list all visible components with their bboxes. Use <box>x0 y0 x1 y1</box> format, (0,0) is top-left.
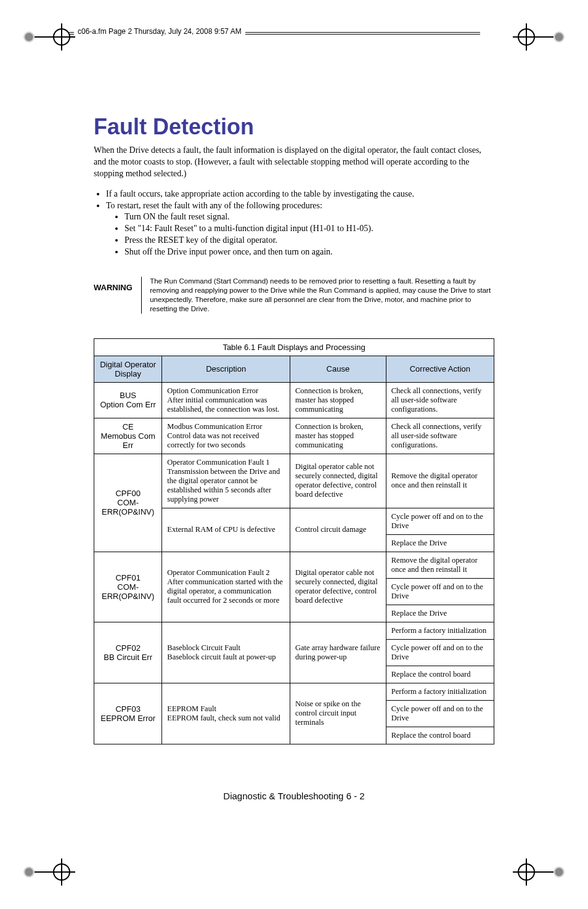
cell: Check all connections, verify all user-s… <box>386 382 494 418</box>
cell: Replace the control board <box>386 727 494 744</box>
page-footer: Diagnostic & Troubleshooting 6 - 2 <box>0 791 588 801</box>
cell: Gate array hardware failure during power… <box>290 622 386 683</box>
fault-table: Table 6.1 Fault Displays and Processing … <box>94 338 494 744</box>
fault-code: CPF00COM-ERR(OP&INV) <box>94 454 162 552</box>
crop-mark-bl <box>23 858 75 886</box>
cell: Operator Communication Fault 1 Transmiss… <box>162 454 290 508</box>
col-header: Description <box>162 356 290 382</box>
warning-label: WARNING <box>94 277 133 292</box>
table-row: CEMemobus Com Err Modbus Communication E… <box>94 418 494 454</box>
cell: Digital operator cable not securely conn… <box>290 454 386 508</box>
table-row: CPF03EEPROM Error EEPROM Fault EEPROM fa… <box>94 683 494 700</box>
list-item: To restart, reset the fault with any of … <box>106 200 494 258</box>
cell: Perform a factory initialization <box>386 622 494 639</box>
cell: Operator Communication Fault 2 After com… <box>162 552 290 622</box>
table-row: CPF00COM-ERR(OP&INV) Operator Communicat… <box>94 454 494 508</box>
fault-code: CEMemobus Com Err <box>94 418 162 454</box>
page-title: Fault Detection <box>94 114 494 140</box>
list-item: If a fault occurs, take appropriate acti… <box>106 189 494 200</box>
cell: Option Communication Error After initial… <box>162 382 290 418</box>
cell: Perform a factory initialization <box>386 683 494 700</box>
cell: Digital operator cable not securely conn… <box>290 552 386 622</box>
content: Fault Detection When the Drive detects a… <box>94 114 494 744</box>
fault-code: BUSOption Com Err <box>94 382 162 418</box>
cell: Baseblock Circuit Fault Baseblock circui… <box>162 622 290 683</box>
cell: Cycle power off and on to the Drive <box>386 700 494 727</box>
fault-code: CPF02BB Circuit Err <box>94 622 162 683</box>
table-caption-row: Table 6.1 Fault Displays and Processing <box>94 338 494 356</box>
cell: EEPROM Fault EEPROM fault, check sum not… <box>162 683 290 744</box>
col-header: Corrective Action <box>386 356 494 382</box>
warning-text: The Run Command (Start Command) needs to… <box>150 277 494 314</box>
cell: Noise or spike on the control circuit in… <box>290 683 386 744</box>
cell: Control circuit damage <box>290 508 386 552</box>
cell: Remove the digital operator once and the… <box>386 552 494 578</box>
crop-mark-tl <box>23 23 75 51</box>
cell: Modbus Communication Error Control data … <box>162 418 290 454</box>
bullet-list: If a fault occurs, take appropriate acti… <box>94 189 494 258</box>
table-caption: Table 6.1 Fault Displays and Processing <box>94 338 494 356</box>
cell: Connection is broken, master has stopped… <box>290 418 386 454</box>
cell: Remove the digital operator once and the… <box>386 454 494 508</box>
list-item: Press the RESET key of the digital opera… <box>125 235 494 247</box>
warning-box: WARNING The Run Command (Start Command) … <box>94 277 494 314</box>
cell: External RAM of CPU is defective <box>162 508 290 552</box>
sub-list: Turn ON the fault reset signal. Set "14:… <box>106 211 494 258</box>
fault-code: CPF01COM-ERR(OP&INV) <box>94 552 162 622</box>
table-header-row: Digital Operator Display Description Cau… <box>94 356 494 382</box>
cell: Check all connections, verify all user-s… <box>386 418 494 454</box>
cell: Cycle power off and on to the Drive <box>386 508 494 534</box>
list-item: Shut off the Drive input power once, and… <box>125 247 494 258</box>
list-item: Turn ON the fault reset signal. <box>125 211 494 223</box>
cell: Cycle power off and on to the Drive <box>386 639 494 666</box>
intro-text: When the Drive detects a fault, the faul… <box>94 145 494 180</box>
cell: Cycle power off and on to the Drive <box>386 578 494 605</box>
page: c06-a.fm Page 2 Thursday, July 24, 2008 … <box>0 0 588 909</box>
crop-mark-tr <box>513 23 565 51</box>
table-row: BUSOption Com Err Option Communication E… <box>94 382 494 418</box>
col-header: Cause <box>290 356 386 382</box>
fault-code: CPF03EEPROM Error <box>94 683 162 744</box>
cell: Replace the control board <box>386 666 494 683</box>
cell: Replace the Drive <box>386 605 494 622</box>
list-item: Set "14: Fault Reset" to a multi-functio… <box>125 223 494 235</box>
col-header: Digital Operator Display <box>94 356 162 382</box>
table-row: CPF02BB Circuit Err Baseblock Circuit Fa… <box>94 622 494 639</box>
cell: Connection is broken, master has stopped… <box>290 382 386 418</box>
cell: Replace the Drive <box>386 534 494 552</box>
list-item-label: To restart, reset the fault with any of … <box>106 201 322 210</box>
table-row: CPF01COM-ERR(OP&INV) Operator Communicat… <box>94 552 494 578</box>
crop-mark-br <box>513 858 565 886</box>
header-text: c06-a.fm Page 2 Thursday, July 24, 2008 … <box>74 27 245 36</box>
